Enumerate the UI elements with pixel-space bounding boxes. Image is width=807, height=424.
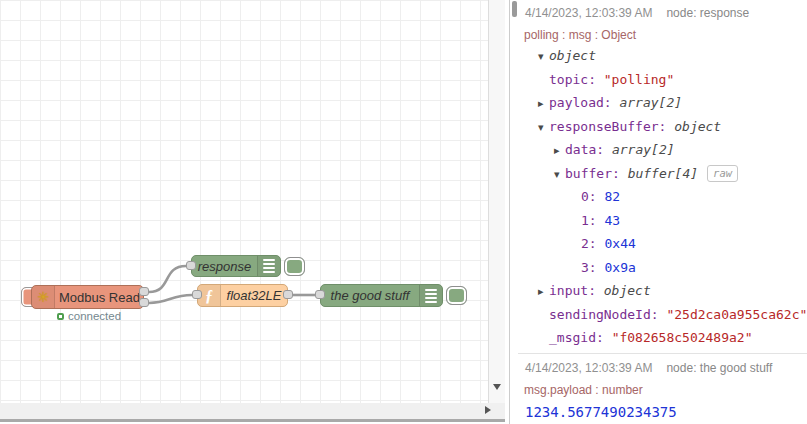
debug-timestamp: 4/14/2023, 12:03:39 AM: [525, 6, 652, 20]
tree-value: array[2]: [619, 95, 682, 110]
raw-button[interactable]: raw: [707, 165, 738, 182]
tree-key: input:: [549, 283, 604, 298]
caret-right-icon[interactable]: ▸: [554, 139, 565, 163]
wire-layer: [0, 0, 489, 403]
func-input-port[interactable]: [192, 290, 202, 299]
node-label: response: [192, 256, 257, 276]
caret-down-icon[interactable]: ▾: [538, 45, 549, 69]
tree-value: array[2]: [612, 142, 675, 157]
tree-row[interactable]: ▸data: array[2]: [518, 138, 807, 162]
debug-message-list: 4/14/2023, 12:03:39 AMnode: responsepoll…: [518, 6, 807, 420]
tree-row[interactable]: 0: 82: [518, 185, 807, 209]
tree-row[interactable]: ▸payload: array[2]: [518, 91, 807, 115]
tree-key: 2:: [581, 236, 604, 251]
tree-value: 0x44: [604, 236, 635, 251]
debug-sidebar-icon: [257, 256, 280, 276]
tree-value: "25d2ca0a955ca62c": [666, 307, 807, 322]
tree-value: object: [674, 119, 721, 134]
modbus-gear-icon: ✳: [32, 286, 55, 308]
caret-right-icon[interactable]: ▸: [538, 92, 549, 116]
tree-key: data:: [565, 142, 612, 157]
caret-down-icon[interactable]: ▾: [554, 163, 565, 187]
debug-sidebar-icon: [419, 285, 442, 306]
tree-value: 82: [604, 189, 620, 204]
sidebar-splitter[interactable]: [505, 0, 518, 424]
debug-object-tree: ▾objecttopic: "polling"▸payload: array[2…: [518, 44, 807, 350]
modbus-output-port-1[interactable]: [139, 287, 149, 296]
tree-key: payload:: [549, 95, 619, 110]
node-label: the good stuff: [321, 285, 419, 306]
debug-node-name: node: response: [666, 6, 749, 20]
tree-row[interactable]: topic: "polling": [518, 68, 807, 92]
tree-value: object: [549, 48, 596, 63]
tree-key: responseBuffer:: [549, 119, 674, 134]
tree-key: 3:: [581, 260, 604, 275]
tree-row[interactable]: _msgid: "f082658c502489a2": [518, 326, 807, 350]
scroll-down-icon[interactable]: [493, 384, 501, 390]
canvas-vertical-scrollbar[interactable]: [489, 0, 505, 403]
goodstuff-input-port[interactable]: [315, 290, 325, 299]
debug-message-header: 4/14/2023, 12:03:39 AMnode: the good stu…: [525, 361, 799, 375]
node-label: float32LE: [221, 285, 287, 306]
debug-node-name: node: the good stuff: [666, 361, 772, 375]
func-output-port[interactable]: [283, 290, 293, 299]
splitter-grip-handle[interactable]: [512, 1, 517, 17]
debug-timestamp: 4/14/2023, 12:03:39 AM: [525, 361, 652, 375]
debug-message-meta: msg.payload : number: [524, 383, 799, 397]
canvas-horizontal-scrollbar[interactable]: [0, 403, 505, 419]
wire-modbus-response[interactable]: [149, 266, 186, 292]
node-label: Modbus Read: [55, 286, 144, 308]
tree-value: "polling": [604, 72, 674, 87]
node-status: connected: [57, 310, 121, 322]
caret-right-icon[interactable]: ▸: [538, 280, 549, 304]
tree-row[interactable]: ▾buffer: buffer[4]raw: [518, 162, 807, 186]
tree-value: 0x9a: [604, 260, 635, 275]
tree-key: 1:: [581, 213, 604, 228]
debug-enable-toggle[interactable]: [446, 286, 467, 305]
tree-row[interactable]: ▾object: [518, 44, 807, 68]
tree-key: topic:: [549, 72, 604, 87]
debug-message-header: 4/14/2023, 12:03:39 AMnode: response: [525, 6, 799, 20]
debug-sidebar[interactable]: 4/14/2023, 12:03:39 AMnode: responsepoll…: [518, 0, 807, 424]
tree-value: object: [604, 283, 651, 298]
caret-down-icon[interactable]: ▾: [538, 116, 549, 140]
debug-message: 4/14/2023, 12:03:39 AMnode: the good stu…: [518, 353, 807, 420]
tree-value: buffer[4]: [628, 166, 698, 181]
tree-row[interactable]: 2: 0x44: [518, 232, 807, 256]
tree-key: 0:: [581, 189, 604, 204]
flow-canvas[interactable]: ✳ Modbus Read response ƒ float32LE the g…: [0, 0, 489, 403]
debug-message: 4/14/2023, 12:03:39 AMnode: responsepoll…: [518, 6, 807, 350]
tree-row[interactable]: ▸input: object: [518, 279, 807, 303]
tree-row[interactable]: 3: 0x9a: [518, 256, 807, 280]
debug-enable-toggle[interactable]: [284, 257, 305, 276]
splitter-line: [509, 0, 510, 424]
tree-row[interactable]: sendingNodeId: "25d2ca0a955ca62c": [518, 303, 807, 327]
tree-key: sendingNodeId:: [549, 307, 666, 322]
tree-value: "f082658c502489a2": [612, 330, 753, 345]
node-response[interactable]: response: [191, 255, 281, 277]
wire-modbus-func[interactable]: [149, 295, 192, 303]
tree-row[interactable]: 1: 43: [518, 209, 807, 233]
modbus-output-port-2[interactable]: [139, 298, 149, 307]
scroll-right-icon[interactable]: [485, 406, 491, 414]
debug-payload-value: 1234.5677490234375: [525, 404, 799, 420]
window-bottom-border: [0, 419, 518, 422]
status-label: connected: [68, 310, 121, 322]
status-ring-icon: [57, 313, 64, 320]
tree-key: buffer:: [565, 166, 628, 181]
node-float32le[interactable]: ƒ float32LE: [197, 284, 288, 307]
node-the-good-stuff[interactable]: the good stuff: [320, 284, 443, 307]
debug-message-meta: polling : msg : Object: [524, 28, 799, 42]
node-modbus-read[interactable]: ✳ Modbus Read: [31, 285, 144, 309]
tree-value: 43: [604, 213, 620, 228]
response-input-port[interactable]: [186, 261, 196, 270]
tree-key: _msgid:: [549, 330, 612, 345]
tree-row[interactable]: ▾responseBuffer: object: [518, 115, 807, 139]
